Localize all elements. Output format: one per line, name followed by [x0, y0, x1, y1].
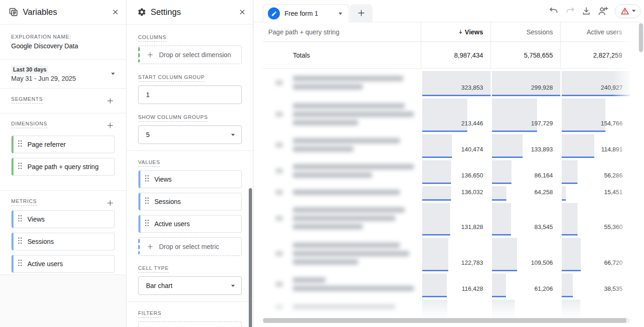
pencil-icon: [268, 7, 280, 20]
drag-handle-icon[interactable]: [145, 197, 149, 206]
table-row[interactable]: 136,65086,16456,286: [263, 158, 630, 184]
exploration-canvas: Free form 1: [254, 0, 644, 327]
table-row[interactable]: 323,853299,928240,927: [263, 69, 630, 96]
add-tab-button[interactable]: [350, 4, 372, 22]
drag-handle-icon[interactable]: [18, 162, 22, 171]
page-path-cell-redacted: [263, 69, 421, 96]
chip-accent: [139, 170, 140, 188]
filters-dropzone[interactable]: Drop or select dimension or metric: [138, 321, 242, 327]
table-row[interactable]: 136,03264,25815,451: [263, 184, 630, 201]
settings-scrollbar[interactable]: [249, 188, 252, 327]
column-header-active-users[interactable]: Active users: [560, 22, 630, 41]
exploration-name-value[interactable]: Google Discovery Data: [11, 42, 115, 50]
column-header-page-path[interactable]: Page path + query string: [263, 22, 421, 41]
dimension-chip-page-path-query-string[interactable]: Page path + query string: [11, 158, 115, 176]
value-chip-active-users[interactable]: Active users: [138, 215, 242, 233]
undo-icon[interactable]: [549, 6, 559, 16]
date-preset-badge: Last 30 days: [11, 65, 48, 74]
bar-background: [562, 71, 630, 95]
table-row[interactable]: 131,82883,54555,360: [263, 201, 630, 235]
show-column-groups-select[interactable]: 5: [138, 125, 242, 144]
bar-background: [562, 238, 581, 270]
bar-background: [492, 71, 560, 95]
start-column-group-input[interactable]: 1: [138, 85, 242, 104]
drag-handle-icon[interactable]: [18, 259, 22, 268]
sessions-bar-cell: 83,545: [491, 201, 560, 235]
views-bar-cell: 116,428: [421, 271, 491, 297]
column-header-sessions[interactable]: Sessions: [491, 22, 560, 41]
page-path-cell-redacted: [263, 96, 421, 132]
metric-chip-views[interactable]: Views: [11, 210, 115, 228]
share-person-add-icon[interactable]: [598, 6, 609, 17]
views-bar-cell: 136,650: [421, 158, 491, 184]
chip-accent: [12, 136, 13, 153]
cell-value: 299,928: [531, 84, 553, 91]
cell-value: 61,206: [534, 285, 553, 292]
exploration-name-section: EXPLORATION NAME: Google Discovery Data: [0, 25, 126, 59]
chevron-down-icon: [111, 73, 115, 75]
dimension-chip-page-referrer[interactable]: Page referrer: [11, 136, 115, 153]
chip-label: Views: [27, 215, 45, 224]
bar-background: [422, 98, 467, 131]
warning-triangle-icon: [620, 7, 630, 16]
variables-icon: [8, 7, 19, 17]
start-column-group-label: START COLUMN GROUP: [138, 74, 205, 82]
tab-free-form-1[interactable]: Free form 1: [263, 4, 349, 22]
quota-warning-button[interactable]: [615, 4, 641, 18]
chip-accent: [12, 233, 13, 250]
cell-type-select[interactable]: Bar chart: [138, 276, 242, 295]
totals-views: 8,987,434: [421, 42, 491, 68]
drag-handle-icon[interactable]: [18, 140, 22, 149]
table-row[interactable]: 116,42861,20638,535: [263, 271, 630, 297]
add-metric-icon[interactable]: [106, 198, 115, 208]
drag-handle-icon[interactable]: [18, 237, 22, 246]
drag-handle-icon[interactable]: [145, 175, 149, 184]
cell-value: 213,446: [461, 120, 483, 127]
horizontal-scrollbar-thumb[interactable]: [263, 318, 626, 323]
table-row[interactable]: 122,783109,50666,720: [263, 235, 630, 271]
values-dropzone[interactable]: Drop or select metric: [138, 237, 242, 256]
bar-background: [422, 186, 451, 199]
plus-icon: [356, 8, 366, 18]
horizontal-scrollbar-track[interactable]: [263, 318, 630, 323]
page-path-cell-redacted: [263, 158, 421, 184]
chip-accent: [12, 158, 13, 176]
cell-value: 109,506: [531, 259, 553, 266]
add-dimension-icon[interactable]: [106, 121, 115, 130]
variables-panel-title: Variables: [23, 7, 107, 17]
chip-label: Active users: [154, 220, 190, 229]
drag-handle-icon[interactable]: [18, 215, 22, 224]
table-row[interactable]: 140,474133,893114,891: [263, 132, 630, 158]
drag-handle-icon[interactable]: [145, 219, 149, 229]
freeform-table: Page path + query string Views Sessions …: [254, 22, 644, 327]
sessions-bar-cell: 109,506: [491, 235, 560, 271]
vertical-scrollbar[interactable]: [639, 23, 643, 52]
table-row-partial[interactable]: [263, 297, 630, 318]
tab-strip: Free form 1: [254, 0, 644, 22]
cell-type-value: Bar chart: [146, 282, 173, 289]
date-range-picker[interactable]: Last 30 days May 31 - Jun 29, 2025: [0, 59, 126, 89]
metric-chip-sessions[interactable]: Sessions: [11, 233, 115, 250]
views-bar-cell: 140,474: [421, 132, 491, 158]
download-icon[interactable]: [581, 6, 591, 16]
cell-value: 56,286: [604, 172, 623, 179]
chip-label: Active users: [27, 260, 63, 268]
metric-accent: [138, 239, 140, 254]
value-chip-views[interactable]: Views: [138, 170, 242, 188]
close-settings-icon[interactable]: [238, 8, 246, 16]
columns-dropzone[interactable]: Drop or select dimension: [138, 46, 242, 64]
close-variables-icon[interactable]: [111, 8, 120, 16]
bar-background: [492, 203, 511, 234]
bar-background: [562, 300, 580, 316]
chip-accent: [12, 255, 13, 273]
bar-background: [492, 300, 515, 316]
cell-value: 15,451: [604, 189, 623, 196]
metric-chip-active-users[interactable]: Active users: [11, 255, 115, 273]
value-chip-sessions[interactable]: Sessions: [138, 193, 242, 210]
column-header-views[interactable]: Views: [421, 22, 491, 41]
add-segment-icon[interactable]: [106, 96, 115, 105]
redo-icon[interactable]: [565, 6, 575, 16]
tab-label: Free form 1: [285, 10, 318, 17]
table-row[interactable]: 213,446197,729154,766: [263, 96, 630, 132]
values-dropzone-text: Drop or select metric: [159, 243, 219, 250]
